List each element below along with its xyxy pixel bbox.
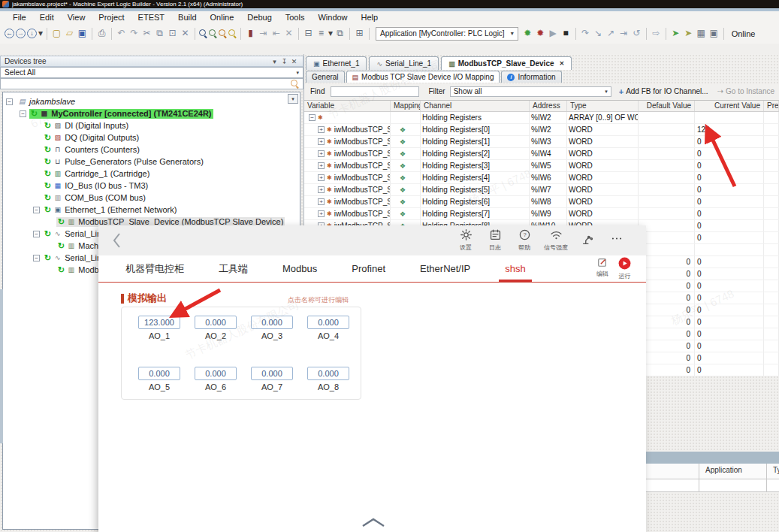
tree-expander-icon[interactable]: − xyxy=(33,207,40,213)
column-header[interactable]: Channel xyxy=(421,101,530,111)
sub-tab[interactable]: General xyxy=(306,71,345,83)
print-icon[interactable]: ⎙ xyxy=(95,27,108,40)
log-icon[interactable]: 日志 xyxy=(485,228,505,252)
web-tab[interactable]: 机器臂电控柜 xyxy=(125,255,184,282)
doc-tab-modbustcp_slave_device[interactable]: ▥ModbusTCP_Slave_Device✕ xyxy=(441,56,572,70)
web-tab[interactable]: Modbus xyxy=(282,255,317,282)
nav-back-icon[interactable]: ← xyxy=(5,29,14,38)
tree-item[interactable]: ↻▨DQ (Digital Outputs) xyxy=(3,131,300,144)
view-list-icon[interactable]: ≡ xyxy=(315,27,328,40)
new-window-icon[interactable]: ⧉ xyxy=(334,27,346,40)
ao-channel-label[interactable]: AO_4 xyxy=(307,331,349,340)
menu-help[interactable]: Help xyxy=(355,13,385,22)
ao-channel-label[interactable]: AO_1 xyxy=(138,331,180,340)
menu-view[interactable]: View xyxy=(61,13,92,22)
paste-icon[interactable]: ⊡ xyxy=(166,27,179,40)
step-into-icon[interactable]: ↘ xyxy=(592,27,605,40)
find-next-icon[interactable] xyxy=(208,29,218,38)
breakpoints-icon[interactable]: ▦ xyxy=(695,27,708,40)
ao-value-input[interactable]: 0.000 xyxy=(251,316,293,329)
column-header[interactable]: Mapping xyxy=(391,101,421,111)
table-row[interactable]: +✱iwModbusTCP_Slav...❖Holding Registers[… xyxy=(304,160,779,172)
tree-item[interactable]: −▤jakambslave xyxy=(3,95,300,107)
doc-tab-ethernet_1[interactable]: ▣Ethernet_1 xyxy=(306,56,367,70)
ao-value-input[interactable]: 0.000 xyxy=(195,316,237,329)
nav-forward-icon[interactable]: → xyxy=(16,29,26,38)
collapse-chevron-icon[interactable] xyxy=(360,517,387,529)
menu-window[interactable]: Window xyxy=(311,13,354,22)
filter-select[interactable]: Show all ▾ xyxy=(450,86,611,97)
redo-icon[interactable]: ↷ xyxy=(128,27,140,40)
run-to-cursor-icon[interactable]: ⇥ xyxy=(617,27,630,40)
bookmark-prev-icon[interactable]: ⇤ xyxy=(270,27,282,40)
menu-build[interactable]: Build xyxy=(171,13,203,22)
ao-value-input[interactable]: 0.000 xyxy=(251,367,293,380)
bookmark-clear-icon[interactable]: ✕ xyxy=(282,27,295,40)
row-expander-icon[interactable]: + xyxy=(318,210,325,217)
column-header[interactable]: Address xyxy=(530,101,567,111)
ao-channel-label[interactable]: AO_5 xyxy=(138,382,180,391)
close-icon[interactable]: ✕ xyxy=(289,58,299,65)
device-grid-icon[interactable]: ⊞ xyxy=(353,27,366,40)
tree-item[interactable]: ↻▥Cartridge_1 (Cartridge) xyxy=(3,168,300,180)
tree-item[interactable]: −↻▦MyController [connected] (TM241CE24R) xyxy=(3,107,300,119)
tree-item[interactable]: ↻▦IO_Bus (IO bus - TM3) xyxy=(3,180,300,192)
panel-menu-icon[interactable]: ▾ xyxy=(270,58,279,65)
logout-icon[interactable]: ✹ xyxy=(534,27,547,40)
menu-etest[interactable]: ETEST xyxy=(131,13,171,22)
table-row[interactable]: +✱iwModbusTCP_Slav...❖Holding Registers[… xyxy=(304,184,779,196)
open-project-icon[interactable]: ▱ xyxy=(63,27,76,40)
web-tab[interactable]: Profinet xyxy=(352,255,385,282)
sub-tab[interactable]: iInformation xyxy=(501,71,561,83)
ao-value-input[interactable]: 123.000 xyxy=(138,316,180,329)
find-input[interactable] xyxy=(331,86,419,97)
menu-tools[interactable]: Tools xyxy=(279,13,312,22)
tree-options-button[interactable]: ▾ xyxy=(288,94,298,104)
ao-value-input[interactable]: 0.000 xyxy=(138,367,180,380)
write-values-icon[interactable]: ➤ xyxy=(669,27,682,40)
row-expander-icon[interactable]: + xyxy=(318,162,325,169)
ao-channel-label[interactable]: AO_7 xyxy=(251,382,293,391)
table-row[interactable]: +✱iwModbusTCP_Slav...❖Holding Registers[… xyxy=(304,136,779,148)
nav-history-caret-icon[interactable]: ▾ xyxy=(38,27,44,40)
row-expander-icon[interactable]: + xyxy=(318,138,325,145)
row-expander-icon[interactable]: + xyxy=(318,186,325,193)
force-values-icon[interactable]: ⇨ xyxy=(650,27,663,40)
save-icon[interactable]: ▣ xyxy=(76,27,89,40)
tree-item[interactable]: ↻▥COM_Bus (COM bus) xyxy=(3,192,300,204)
more-icon[interactable] xyxy=(607,228,627,246)
stop-icon[interactable]: ■ xyxy=(560,27,572,40)
menu-online[interactable]: Online xyxy=(204,13,241,22)
reset-icon[interactable]: ↺ xyxy=(630,27,643,40)
ao-channel-label[interactable]: AO_8 xyxy=(307,382,349,391)
row-expander-icon[interactable]: + xyxy=(318,198,325,205)
sub-tab[interactable]: ▤Modbus TCP Slave Device I/O Mapping xyxy=(346,71,500,83)
ao-channel-label[interactable]: AO_6 xyxy=(195,382,237,391)
monitor-icon[interactable]: ▣ xyxy=(708,27,720,40)
bookmark-icon[interactable]: ▮ xyxy=(244,27,257,40)
ao-channel-label[interactable]: AO_3 xyxy=(251,331,293,340)
table-row[interactable]: +✱iwModbusTCP_Slav...❖Holding Registers[… xyxy=(304,172,779,184)
tree-search-input[interactable] xyxy=(0,78,303,89)
tree-expander-icon[interactable]: − xyxy=(33,231,40,237)
ao-value-input[interactable]: 0.000 xyxy=(307,316,349,329)
help-icon[interactable]: ?帮助 xyxy=(515,228,534,252)
ao-channel-label[interactable]: AO_2 xyxy=(195,331,237,340)
ao-value-input[interactable]: 0.000 xyxy=(307,367,349,380)
application-selector[interactable]: Application [MyController: PLC Logic] ▾ xyxy=(376,27,518,41)
new-file-icon[interactable]: ▢ xyxy=(50,27,63,40)
pin-icon[interactable]: ↧ xyxy=(279,58,289,65)
tree-item[interactable]: ↻⊓Counters (Counters) xyxy=(3,144,300,156)
menu-file[interactable]: File xyxy=(6,13,33,22)
close-tab-icon[interactable]: ✕ xyxy=(560,60,565,67)
column-header[interactable]: Type xyxy=(567,101,639,111)
login-icon[interactable]: ✹ xyxy=(521,27,534,40)
row-expander-icon[interactable]: + xyxy=(318,174,325,181)
tree-expander-icon[interactable]: − xyxy=(33,255,40,261)
table-row[interactable]: +✱iwModbusTCP_Slav...❖Holding Registers[… xyxy=(304,196,779,208)
add-fb-button[interactable]: + Add FB for IO Channel... xyxy=(619,87,708,96)
edit-button[interactable]: 编辑 xyxy=(596,257,608,280)
doc-tab-serial_line_1[interactable]: ∿Serial_Line_1 xyxy=(369,56,439,70)
tree-expander-icon[interactable]: − xyxy=(20,110,26,117)
replace-all-icon[interactable] xyxy=(228,29,237,38)
